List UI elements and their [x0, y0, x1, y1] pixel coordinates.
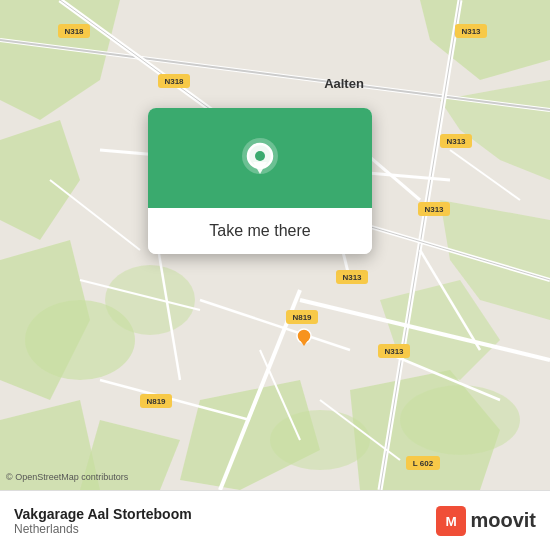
location-pin-icon	[236, 136, 284, 184]
svg-text:M: M	[446, 514, 457, 529]
popup-card: Take me there	[148, 108, 372, 254]
svg-text:N318: N318	[164, 77, 184, 86]
svg-text:N313: N313	[342, 273, 362, 282]
moovit-logo-icon: M	[436, 506, 466, 536]
location-country: Netherlands	[14, 522, 192, 536]
moovit-text: moovit	[470, 509, 536, 532]
svg-text:Aalten: Aalten	[324, 76, 364, 91]
svg-text:N313: N313	[424, 205, 444, 214]
svg-text:N313: N313	[461, 27, 481, 36]
svg-point-15	[105, 265, 195, 335]
svg-text:N318: N318	[64, 27, 84, 36]
svg-text:L 602: L 602	[413, 459, 434, 468]
svg-point-14	[270, 410, 370, 470]
svg-text:N313: N313	[446, 137, 466, 146]
popup-icon-area	[148, 108, 372, 208]
svg-point-13	[400, 385, 520, 455]
svg-text:N313: N313	[384, 347, 404, 356]
svg-text:© OpenStreetMap contributors: © OpenStreetMap contributors	[6, 472, 129, 482]
svg-point-68	[255, 151, 265, 161]
location-info: Vakgarage Aal Storteboom Netherlands	[14, 506, 192, 536]
bottom-bar: Vakgarage Aal Storteboom Netherlands M m…	[0, 490, 550, 550]
location-name: Vakgarage Aal Storteboom	[14, 506, 192, 522]
moovit-logo: M moovit	[436, 506, 536, 536]
map-container: N318 N318 N318 N313 N313 N313 N313 N313 …	[0, 0, 550, 490]
svg-text:N819: N819	[146, 397, 166, 406]
take-me-there-button[interactable]: Take me there	[148, 208, 372, 254]
svg-text:N819: N819	[292, 313, 312, 322]
